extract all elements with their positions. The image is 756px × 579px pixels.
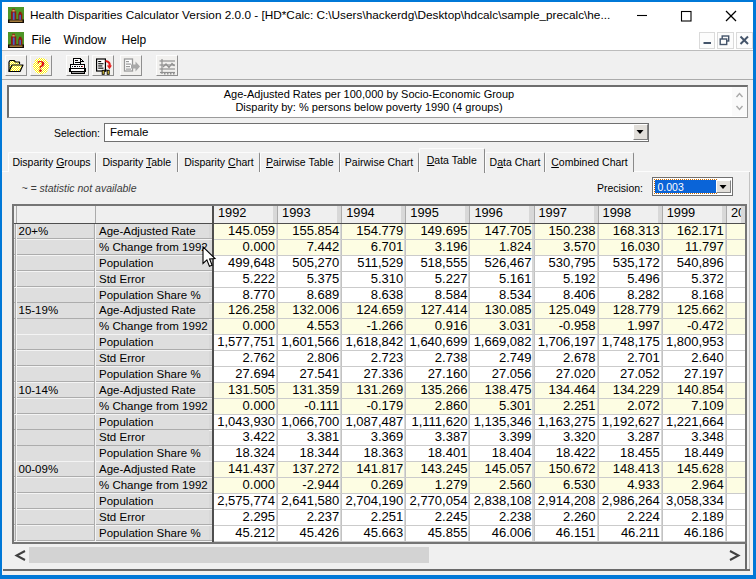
svg-text:?: ? [37, 58, 46, 75]
